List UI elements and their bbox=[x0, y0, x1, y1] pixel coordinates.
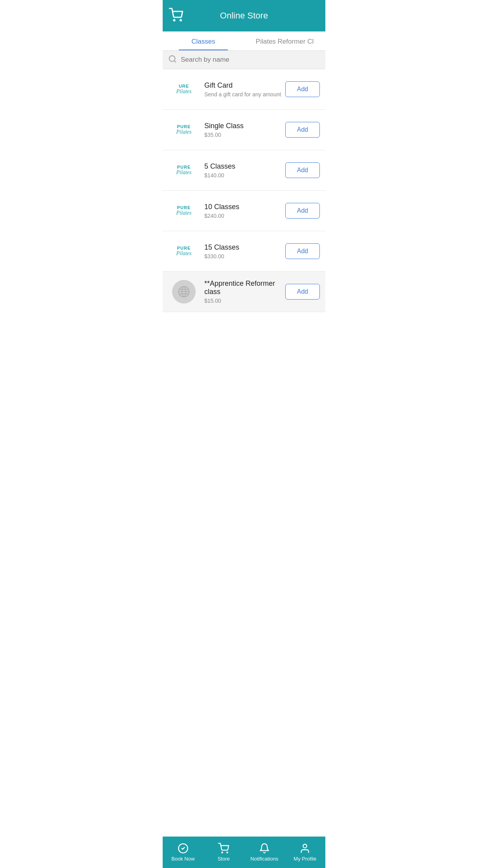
search-bar bbox=[163, 51, 325, 69]
svg-point-0 bbox=[174, 20, 175, 21]
bottom-navigation: Book Now Store Notifications My Profile bbox=[163, 837, 325, 868]
list-item: PURE Pilates 10 Classes $240.00 Add bbox=[163, 191, 325, 231]
list-item: PURE Pilates 5 Classes $140.00 Add bbox=[163, 150, 325, 191]
svg-point-1 bbox=[180, 20, 182, 21]
product-name: 10 Classes bbox=[204, 203, 285, 211]
product-logo-5-classes: PURE Pilates bbox=[168, 156, 200, 184]
list-item: PURE Pilates Single Class $35.00 Add bbox=[163, 110, 325, 150]
product-info-apprentice: **Apprentice Reformer class $15.00 bbox=[204, 280, 285, 304]
add-button-15-classes[interactable]: Add bbox=[285, 243, 320, 259]
svg-point-6 bbox=[222, 852, 223, 853]
product-list: URE Pilates Gift Card Send a gift card f… bbox=[163, 69, 325, 868]
product-price: $35.00 bbox=[204, 132, 285, 138]
list-item: URE Pilates Gift Card Send a gift card f… bbox=[163, 69, 325, 110]
nav-label-notifications: Notifications bbox=[250, 856, 278, 862]
search-icon bbox=[168, 55, 177, 65]
svg-line-3 bbox=[174, 61, 176, 62]
nav-label-my-profile: My Profile bbox=[294, 856, 316, 862]
nav-item-store[interactable]: Store bbox=[204, 837, 244, 868]
list-item: PURE Pilates 15 Classes $330.00 Add bbox=[163, 231, 325, 272]
tab-bar: Classes Pilates Reformer Cl bbox=[163, 31, 325, 51]
product-info-5-classes: 5 Classes $140.00 bbox=[204, 162, 285, 178]
svg-point-7 bbox=[227, 852, 227, 853]
product-logo-15-classes: PURE Pilates bbox=[168, 237, 200, 265]
product-name: Single Class bbox=[204, 122, 285, 130]
nav-item-my-profile[interactable]: My Profile bbox=[285, 837, 326, 868]
search-input[interactable] bbox=[181, 56, 320, 64]
header-cart-icon[interactable] bbox=[169, 8, 183, 24]
add-button-single-class[interactable]: Add bbox=[285, 122, 320, 138]
nav-label-book-now: Book Now bbox=[171, 856, 194, 862]
app-header: Online Store bbox=[163, 0, 325, 31]
nav-label-store: Store bbox=[218, 856, 230, 862]
svg-point-8 bbox=[303, 844, 307, 848]
product-name: **Apprentice Reformer class bbox=[204, 280, 285, 296]
product-description: Send a gift card for any amount bbox=[204, 91, 285, 97]
tab-pilates-reformer[interactable]: Pilates Reformer Cl bbox=[244, 31, 325, 50]
product-price: $15.00 bbox=[204, 298, 285, 304]
nav-item-book-now[interactable]: Book Now bbox=[163, 837, 204, 868]
tab-classes[interactable]: Classes bbox=[163, 31, 244, 50]
nav-item-notifications[interactable]: Notifications bbox=[244, 837, 285, 868]
add-button-apprentice[interactable]: Add bbox=[285, 284, 320, 300]
add-button-gift-card[interactable]: Add bbox=[285, 81, 320, 97]
product-logo-gift-card: URE Pilates bbox=[168, 75, 200, 103]
product-info-single-class: Single Class $35.00 bbox=[204, 122, 285, 138]
product-info-gift-card: Gift Card Send a gift card for any amoun… bbox=[204, 81, 285, 97]
product-name: 5 Classes bbox=[204, 162, 285, 171]
product-price: $240.00 bbox=[204, 213, 285, 219]
product-price: $330.00 bbox=[204, 253, 285, 259]
product-name: Gift Card bbox=[204, 81, 285, 90]
product-logo-10-classes: PURE Pilates bbox=[168, 197, 200, 224]
list-item: **Apprentice Reformer class $15.00 Add bbox=[163, 272, 325, 312]
product-logo-single-class: PURE Pilates bbox=[168, 116, 200, 143]
page-title: Online Store bbox=[220, 11, 268, 21]
product-info-10-classes: 10 Classes $240.00 bbox=[204, 203, 285, 219]
add-button-10-classes[interactable]: Add bbox=[285, 203, 320, 219]
product-info-15-classes: 15 Classes $330.00 bbox=[204, 243, 285, 259]
product-price: $140.00 bbox=[204, 172, 285, 178]
add-button-5-classes[interactable]: Add bbox=[285, 162, 320, 178]
product-logo-apprentice bbox=[168, 278, 200, 305]
product-name: 15 Classes bbox=[204, 243, 285, 252]
